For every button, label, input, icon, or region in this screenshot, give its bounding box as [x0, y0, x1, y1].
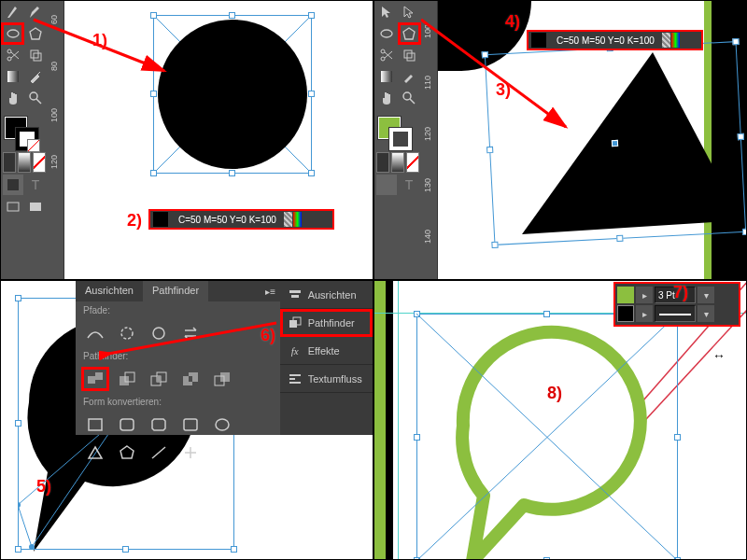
align-icon	[288, 287, 303, 302]
fill-stroke-swatch[interactable]	[378, 117, 412, 150]
side-textwrap[interactable]: Textumfluss	[280, 365, 373, 393]
color-mode-buttons[interactable]	[3, 152, 46, 173]
svg-rect-41	[120, 419, 134, 430]
dropdown-icon[interactable]: ▾	[698, 305, 714, 322]
gradient-tool-icon[interactable]	[2, 66, 23, 87]
shape-rect-icon[interactable]	[83, 414, 107, 435]
screen-mode-2-icon[interactable]	[399, 197, 419, 217]
pen-tool-icon[interactable]	[2, 2, 23, 22]
svg-rect-40	[89, 419, 102, 430]
svg-rect-55	[289, 382, 301, 384]
svg-rect-18	[404, 50, 412, 58]
ellipse-tool-icon[interactable]	[375, 23, 397, 44]
shape-polygon-icon[interactable]	[115, 442, 139, 463]
shape-add-icon[interactable]	[178, 442, 203, 463]
color-info-bar[interactable]: C=50 M=50 Y=0 K=100	[529, 32, 701, 49]
label-4: 4)	[505, 12, 520, 32]
svg-rect-20	[381, 71, 392, 82]
screen-mode-icon[interactable]	[376, 197, 397, 217]
svg-rect-10	[30, 203, 41, 211]
svg-point-21	[403, 92, 411, 100]
section-convert-label: Form konvertieren:	[76, 393, 280, 411]
hand-tool-icon[interactable]	[375, 88, 397, 108]
textwrap-icon	[288, 371, 303, 386]
shape-bevel-icon[interactable]	[147, 414, 171, 435]
svg-rect-19	[407, 53, 415, 61]
label-2: 2)	[127, 211, 142, 231]
pathfinder-unite-icon[interactable]	[83, 369, 107, 389]
fill-swatch-button[interactable]	[617, 287, 634, 303]
zoom-tool-icon[interactable]	[25, 88, 47, 108]
shape-inverse-round-icon[interactable]	[178, 414, 203, 435]
quadrant-1: T 60 80 100 120 1) 2) C=50 M=50 Y=0 K=10…	[0, 0, 374, 280]
stroke-style-preview[interactable]	[655, 305, 696, 322]
svg-point-2	[7, 49, 11, 53]
dropdown-icon[interactable]: ▾	[698, 287, 714, 303]
scissors-tool-icon[interactable]	[375, 45, 397, 65]
tab-pathfinder[interactable]: Pathfinder	[143, 281, 208, 301]
side-panel: Ausrichten Pathfinder fxEffekte Textumfl…	[280, 281, 373, 435]
screen-mode-2-icon[interactable]	[25, 197, 46, 217]
pathfinder-intersect-icon[interactable]	[147, 369, 171, 389]
svg-rect-54	[289, 378, 295, 380]
ellipse-shape[interactable]	[158, 20, 307, 169]
svg-point-17	[381, 57, 385, 61]
svg-point-43	[216, 419, 229, 430]
stroke-play-icon[interactable]: ▸	[636, 305, 653, 322]
tab-align[interactable]: Ausrichten	[76, 281, 143, 301]
selection-bbox[interactable]	[416, 314, 678, 560]
pathfinder-minus-back-icon[interactable]	[210, 369, 234, 389]
svg-rect-50	[291, 295, 299, 298]
svg-point-26	[29, 544, 35, 550]
label-5: 5)	[36, 477, 51, 497]
pathfinder-exclude-icon[interactable]	[178, 369, 203, 389]
guide-v	[398, 281, 399, 559]
svg-point-7	[30, 92, 37, 100]
shape-ellipse-icon[interactable]	[210, 414, 234, 435]
side-effects[interactable]: fxEffekte	[280, 337, 373, 365]
text-tool-icon[interactable]: T	[25, 175, 46, 195]
shape-roundrect-icon[interactable]	[115, 414, 139, 435]
quadrant-2: T 100 110 120 130 140 4) 3) C=50 M=50 Y=…	[374, 0, 747, 280]
svg-marker-15	[403, 28, 415, 39]
hand-tool-icon[interactable]	[2, 88, 23, 108]
panel-menu-icon[interactable]: ▸≡	[261, 281, 280, 301]
shape-line-icon[interactable]	[147, 442, 171, 463]
scissors-tool-icon[interactable]	[2, 45, 23, 65]
label-1: 1)	[92, 31, 107, 50]
view-mode-icon[interactable]	[376, 175, 397, 195]
svg-point-0	[7, 30, 19, 37]
shape-triangle-icon[interactable]	[83, 442, 107, 463]
pathfinder-subtract-icon[interactable]	[115, 369, 139, 389]
side-align[interactable]: Ausrichten	[280, 281, 373, 309]
stroke-play-icon[interactable]: ▸	[636, 287, 653, 303]
view-mode-icon[interactable]	[3, 175, 23, 195]
svg-point-14	[381, 30, 392, 37]
quadrant-4: ↔ 7) 8) ▸ ▾ ▸ ▾	[374, 280, 747, 560]
color-info-bar[interactable]: C=50 M=50 Y=0 K=100	[150, 211, 332, 228]
svg-line-56	[108, 323, 276, 354]
fill-stroke-swatch[interactable]	[5, 117, 38, 150]
text-tool-icon[interactable]: T	[399, 175, 419, 195]
resize-cursor-icon: ↔	[712, 348, 726, 363]
svg-rect-49	[289, 290, 301, 293]
side-pathfinder[interactable]: Pathfinder	[280, 309, 373, 337]
svg-point-16	[381, 49, 385, 53]
quadrant-3: 5) 6) Ausrichten Pathfinder ▸≡ Pfade: Pa…	[0, 280, 374, 560]
svg-rect-6	[7, 71, 19, 82]
color-mode-buttons[interactable]	[376, 152, 419, 173]
stroke-swatch-button[interactable]	[617, 305, 634, 322]
label-3: 3)	[496, 80, 511, 100]
svg-rect-30	[120, 376, 129, 385]
pathfinder-icon	[288, 315, 303, 330]
svg-marker-42	[152, 419, 165, 430]
arrow-annotation	[99, 318, 281, 360]
gradient-tool-icon[interactable]	[375, 66, 397, 87]
screen-mode-icon[interactable]	[3, 197, 23, 217]
svg-rect-37	[189, 376, 192, 382]
selection-tool-icon[interactable]	[375, 2, 397, 22]
label-8: 8)	[547, 384, 562, 403]
svg-line-46	[152, 447, 165, 458]
svg-rect-53	[289, 374, 301, 376]
ellipse-tool-icon[interactable]	[2, 23, 23, 44]
